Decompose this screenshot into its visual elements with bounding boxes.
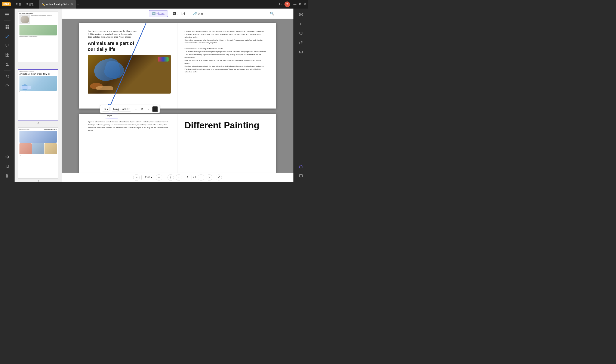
prev-page-button[interactable]: ⟨ bbox=[176, 174, 182, 181]
font-size-dropdown-icon: ▾ bbox=[107, 108, 108, 111]
right-recognize[interactable]: T bbox=[297, 20, 305, 28]
sidebar-attach[interactable] bbox=[3, 172, 12, 180]
zoom-in-button[interactable]: + bbox=[156, 174, 162, 181]
font-family-selector[interactable]: Malgu...othic ▾ bbox=[112, 107, 131, 112]
pdf-page-2: Egyptian art celebrates animals like cat… bbox=[79, 114, 276, 173]
updf-logo[interactable]: UPDF bbox=[2, 2, 11, 6]
image-tool-button[interactable]: 🖼 이미지 bbox=[170, 10, 188, 17]
sidebar-edit[interactable] bbox=[3, 32, 12, 40]
svg-rect-17 bbox=[300, 51, 302, 53]
bold-button[interactable]: B bbox=[139, 106, 145, 112]
thumbnail-box-2[interactable]: Egyptian art celebrates animals like cat… bbox=[18, 69, 58, 120]
left-sidebar bbox=[0, 9, 14, 182]
thumbnail-panel: How to Draw our Favorite Pets The Animal… bbox=[14, 9, 62, 182]
menu-help[interactable]: 도움말 bbox=[24, 2, 36, 7]
sidebar-organize[interactable] bbox=[3, 51, 12, 59]
sidebar-bookmark[interactable] bbox=[3, 162, 12, 171]
svg-rect-7 bbox=[6, 44, 9, 46]
link-tool-icon: 🔗 bbox=[193, 12, 197, 15]
text-tool-button[interactable]: 🔤 텍스트 bbox=[149, 10, 168, 17]
tab-area: ✏️ Animal Painting Skills* ✕ + bbox=[39, 0, 277, 9]
page2-left-text: Egyptian art celebrates animals like cat… bbox=[88, 120, 171, 132]
thumbnail-3[interactable]: Animals are a part of our daily life... … bbox=[16, 127, 60, 182]
font-family-value: Malgu...othic bbox=[113, 108, 128, 111]
sidebar-undo[interactable] bbox=[3, 72, 12, 81]
sidebar-comment[interactable] bbox=[3, 41, 12, 50]
updf-extension-icon[interactable]: ⬡ bbox=[297, 162, 305, 171]
text-tool-icon: 🔤 bbox=[152, 12, 155, 15]
svg-rect-9 bbox=[7, 53, 9, 55]
title-right: 1 ⌄ T — ⧉ ✕ bbox=[279, 1, 306, 7]
first-page-button[interactable]: ⟪ bbox=[167, 174, 174, 181]
image-tool-label: 이미지 bbox=[177, 12, 185, 16]
titlebar: UPDF 파일 도움말 ✏️ Animal Painting Skills* ✕… bbox=[0, 0, 308, 9]
menu-file[interactable]: 파일 bbox=[14, 2, 23, 7]
image-tool-icon: 🖼 bbox=[173, 12, 176, 15]
user-avatar[interactable]: T bbox=[285, 1, 290, 7]
page-right-text: Egyptian art celebrates animals like cat… bbox=[185, 30, 268, 74]
nav-close-button[interactable]: ✕ bbox=[216, 175, 222, 181]
sidebar-panel-toggle[interactable] bbox=[3, 10, 12, 19]
zoom-out-button[interactable]: − bbox=[133, 174, 140, 181]
svg-rect-6 bbox=[7, 27, 9, 29]
edit-toolbar: 🔤 텍스트 🖼 이미지 🔗 링크 🔍 bbox=[62, 9, 293, 19]
fmt-divider-1 bbox=[110, 107, 111, 111]
restore-button[interactable]: ⧉ bbox=[299, 2, 301, 6]
minimize-button[interactable]: — bbox=[293, 2, 296, 6]
font-size-selector[interactable]: 12 ▾ bbox=[102, 107, 110, 112]
thumbnail-box-3[interactable]: Animals are a part of our daily life... … bbox=[18, 127, 58, 179]
svg-text:T: T bbox=[300, 23, 301, 26]
thumbnail-number-3: 3 bbox=[37, 180, 39, 182]
right-mail[interactable] bbox=[297, 48, 305, 56]
right-chat[interactable] bbox=[297, 172, 305, 180]
thumbnail-number-2: 2 bbox=[37, 121, 39, 124]
svg-rect-3 bbox=[6, 25, 7, 26]
next-page-button[interactable]: ⟩ bbox=[198, 174, 204, 181]
page-inner-1: Step-by-step examples to help readers se… bbox=[79, 23, 276, 108]
page-area[interactable]: Step-by-step examples to help readers se… bbox=[62, 19, 293, 173]
right-protect[interactable] bbox=[297, 29, 305, 38]
tab-edit-icon: ✏️ bbox=[41, 3, 45, 6]
search-area: 🔍 bbox=[268, 9, 276, 18]
sidebar-bottom bbox=[3, 153, 12, 180]
right-convert[interactable] bbox=[297, 10, 305, 19]
right-sidebar-bottom: ⬡ bbox=[297, 162, 305, 180]
svg-rect-15 bbox=[301, 15, 302, 16]
text-editing-box[interactable]: text bbox=[105, 113, 118, 119]
sidebar-thumbnails[interactable] bbox=[3, 22, 12, 31]
page-image-1 bbox=[88, 55, 171, 93]
svg-rect-4 bbox=[7, 25, 9, 26]
svg-rect-8 bbox=[6, 53, 7, 55]
active-tab[interactable]: ✏️ Animal Painting Skills* ✕ bbox=[39, 0, 76, 9]
sidebar-redo[interactable] bbox=[3, 82, 12, 90]
italic-button[interactable]: I bbox=[146, 106, 151, 112]
font-size-value: 12 bbox=[104, 108, 106, 111]
thumbnail-number-1: 1 bbox=[37, 63, 39, 66]
tab-close-button[interactable]: ✕ bbox=[71, 3, 73, 6]
sidebar-layers[interactable] bbox=[3, 153, 12, 161]
text-color-picker[interactable] bbox=[152, 106, 158, 112]
current-page-input[interactable] bbox=[184, 175, 192, 180]
last-page-button[interactable]: ⟫ bbox=[206, 174, 212, 181]
thumbnail-box-1[interactable]: How to Draw our Favorite Pets The Animal… bbox=[18, 11, 58, 62]
page-left-2: Egyptian art celebrates animals like cat… bbox=[79, 114, 178, 173]
nav-divider-1 bbox=[165, 175, 165, 180]
zoom-dropdown-icon: ▾ bbox=[151, 176, 152, 179]
zoom-level-display[interactable]: 133% ▾ bbox=[141, 175, 154, 180]
font-family-dropdown-icon: ▾ bbox=[128, 108, 130, 111]
thumbnail-2[interactable]: Egyptian art celebrates animals like cat… bbox=[16, 69, 60, 124]
close-button[interactable]: ✕ bbox=[304, 2, 306, 6]
align-button[interactable]: ≡ bbox=[133, 106, 139, 112]
right-share[interactable] bbox=[297, 39, 305, 47]
text-box-content[interactable]: text bbox=[105, 113, 118, 118]
page-nav-indicator: 1 ⌄ bbox=[279, 3, 283, 6]
sidebar-export[interactable] bbox=[3, 60, 12, 69]
link-tool-button[interactable]: 🔗 링크 bbox=[190, 10, 206, 17]
search-icon[interactable]: 🔍 bbox=[268, 9, 276, 18]
new-tab-button[interactable]: + bbox=[77, 2, 79, 6]
svg-rect-13 bbox=[301, 13, 302, 14]
thumbnail-1[interactable]: How to Draw our Favorite Pets The Animal… bbox=[16, 11, 60, 66]
svg-rect-5 bbox=[6, 27, 7, 29]
page-total-label: / 9 bbox=[193, 176, 196, 179]
right-sidebar: T ⬡ bbox=[293, 9, 308, 182]
